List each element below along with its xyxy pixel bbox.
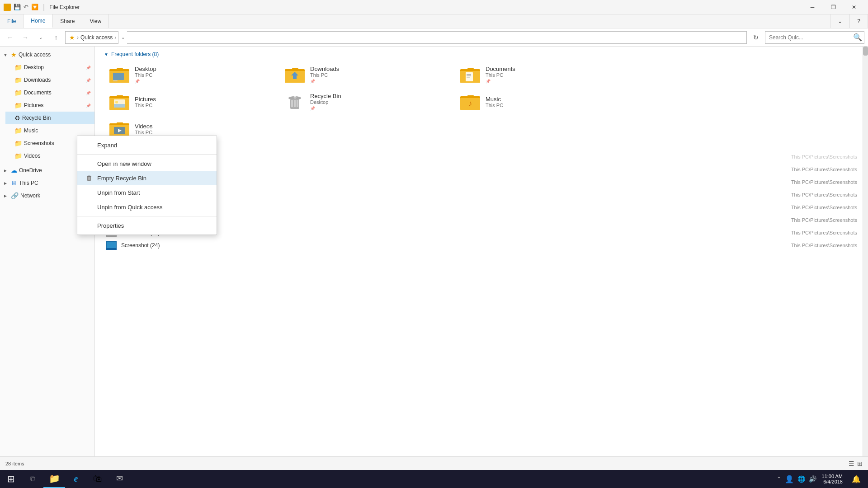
ctx-expand[interactable]: Expand bbox=[77, 138, 217, 152]
network-icon: 🔗 bbox=[11, 192, 19, 199]
recent-item-1[interactable]: Screenshot (29) This PC\Pictures\Screens… bbox=[104, 176, 859, 188]
details-view-icon[interactable]: ☰ bbox=[849, 460, 854, 467]
address-dropdown-button[interactable]: ⌄ bbox=[118, 31, 127, 44]
recent-item-6[interactable]: Screenshot (24) This PC\Pictures\Screens… bbox=[104, 239, 859, 252]
quick-undo-icon[interactable]: ↶ bbox=[24, 4, 28, 10]
tab-view[interactable]: View bbox=[82, 14, 109, 28]
ctx-empty-recycle-bin[interactable]: Empty Recycle Bin bbox=[77, 171, 217, 185]
this-pc-icon: 🖥 bbox=[11, 179, 17, 187]
up-button[interactable]: ↑ bbox=[50, 31, 62, 44]
taskbar-mail[interactable]: ✉ bbox=[108, 470, 130, 488]
sidebar-item-recycle-bin[interactable]: ♻ Recycle Bin bbox=[5, 112, 94, 124]
sidebar-item-documents[interactable]: 📁 Documents bbox=[5, 86, 94, 99]
sidebar-item-pictures[interactable]: 📁 Pictures bbox=[5, 99, 94, 112]
folder-item-documents[interactable]: Documents This PC bbox=[455, 62, 628, 87]
ctx-open-new-window[interactable]: Open in new window bbox=[77, 156, 217, 171]
recycle-bin-icon: ♻ bbox=[14, 114, 20, 122]
sidebar-quick-access-label: Quick access bbox=[19, 52, 91, 58]
refresh-button[interactable]: ↻ bbox=[750, 31, 762, 44]
pictures-folder-large-icon bbox=[108, 93, 130, 111]
ribbon-help-btn[interactable]: ? bbox=[850, 14, 868, 28]
windows-icon: ⊞ bbox=[7, 474, 15, 484]
ribbon-expand-btn[interactable]: ⌄ bbox=[830, 14, 850, 28]
people-icon[interactable]: 👤 bbox=[785, 475, 794, 483]
frequent-folders-title: Frequent folders (8) bbox=[111, 51, 159, 57]
folder-item-recycle-bin[interactable]: ♻ Recycle Bin Desktop bbox=[279, 89, 453, 114]
recent-locations-button[interactable]: ⌄ bbox=[34, 31, 47, 44]
maximize-button[interactable]: ❐ bbox=[823, 0, 844, 14]
svg-rect-30 bbox=[294, 100, 296, 107]
scrollbar-thumb-top[interactable] bbox=[863, 47, 868, 56]
scrollbar-track[interactable] bbox=[863, 47, 868, 461]
sidebar-item-music[interactable]: 📁 Music bbox=[5, 124, 94, 137]
desktop-folder-large-icon bbox=[108, 66, 130, 84]
tray-expand-icon[interactable]: ⌃ bbox=[777, 476, 781, 482]
window-controls: ─ ❐ ✕ bbox=[802, 0, 864, 14]
taskbar-edge[interactable]: e bbox=[65, 470, 87, 488]
tab-file[interactable]: File bbox=[0, 14, 24, 28]
start-button[interactable]: ⊞ bbox=[0, 470, 22, 488]
large-icons-view-icon[interactable]: ⊞ bbox=[857, 460, 863, 467]
close-button[interactable]: ✕ bbox=[844, 0, 864, 14]
minimize-button[interactable]: ─ bbox=[802, 0, 823, 14]
svg-rect-69 bbox=[90, 177, 90, 180]
svg-rect-25 bbox=[114, 104, 125, 108]
date-display: 6/4/2018 bbox=[822, 479, 843, 484]
address-path[interactable]: ★ › Quick access › ⌄ bbox=[65, 31, 747, 44]
svg-rect-7 bbox=[117, 68, 123, 71]
item-count: 28 items bbox=[5, 461, 24, 466]
recent-item-3[interactable]: Screenshot (27) This PC\Pictures\Screens… bbox=[104, 201, 859, 214]
volume-icon[interactable]: 🔊 bbox=[809, 475, 816, 483]
breadcrumb-sep1: › bbox=[77, 34, 79, 41]
svg-rect-12 bbox=[292, 68, 298, 71]
folder-item-downloads[interactable]: Downloads This PC bbox=[279, 62, 453, 87]
downloads-large-pin-icon bbox=[310, 79, 339, 84]
recent-item-top[interactable]: placeholder This PC\Pictures\Screenshots bbox=[104, 150, 859, 163]
svg-point-26 bbox=[115, 101, 118, 103]
recent-item-2[interactable]: Screenshot (28) This PC\Pictures\Screens… bbox=[104, 188, 859, 201]
folder-item-music[interactable]: ♪ Music This PC bbox=[455, 89, 628, 114]
folder-item-pictures[interactable]: Pictures This PC bbox=[104, 89, 278, 114]
clock[interactable]: 11:00 AM 6/4/2018 bbox=[818, 474, 846, 484]
notification-button[interactable]: 🔔 bbox=[848, 470, 864, 488]
context-menu: Expand Open in new window Empty Recycle … bbox=[77, 136, 217, 235]
sidebar-item-quick-access[interactable]: ▼ ★ Quick access bbox=[0, 48, 94, 61]
music-folder-info: Music This PC bbox=[486, 96, 503, 108]
ctx-properties[interactable]: Properties bbox=[77, 218, 217, 233]
network-tray-icon[interactable]: 🌐 bbox=[797, 475, 805, 483]
recent-item-0[interactable]: Screenshot (30) This PC\Pictures\Screens… bbox=[104, 163, 859, 176]
svg-rect-9 bbox=[113, 80, 118, 81]
taskbar-file-explorer[interactable]: 📁 bbox=[43, 470, 65, 488]
folder-grid: Desktop This PC Download bbox=[95, 60, 637, 143]
ctx-unpin-start[interactable]: Unpin from Start bbox=[77, 185, 217, 200]
svg-rect-3 bbox=[8, 8, 11, 11]
search-icon: 🔍 bbox=[851, 33, 864, 42]
content-area: ▼ Frequent folders (8) bbox=[95, 47, 868, 475]
search-input[interactable] bbox=[765, 34, 851, 41]
ctx-unpin-quick-access[interactable]: Unpin from Quick access bbox=[77, 200, 217, 214]
breadcrumb-quick-access[interactable]: Quick access bbox=[80, 34, 113, 41]
search-box: 🔍 bbox=[765, 31, 864, 44]
quick-props-icon[interactable]: 🔽 bbox=[31, 4, 38, 10]
svg-rect-35 bbox=[467, 95, 474, 98]
folder-item-desktop[interactable]: Desktop This PC bbox=[104, 62, 278, 87]
quick-save-icon[interactable]: 💾 bbox=[14, 4, 21, 10]
frequent-folders-header[interactable]: ▼ Frequent folders (8) bbox=[95, 47, 868, 60]
ctx-sep-1 bbox=[77, 154, 217, 155]
unpin-quick-access-icon bbox=[85, 202, 94, 211]
tab-home[interactable]: Home bbox=[24, 14, 53, 28]
forward-button[interactable]: → bbox=[19, 31, 32, 44]
taskbar-store[interactable]: 🛍 bbox=[87, 470, 108, 488]
recent-item-5[interactable]: Screenshot (25) This PC\Pictures\Screens… bbox=[104, 226, 859, 239]
task-view-button[interactable]: ⧉ bbox=[22, 470, 43, 488]
downloads-pin-icon bbox=[86, 78, 91, 83]
frequent-folders-chevron: ▼ bbox=[104, 52, 108, 57]
sidebar-item-downloads[interactable]: 📁 Downloads bbox=[5, 74, 94, 86]
documents-folder-large-icon bbox=[459, 66, 481, 84]
back-button[interactable]: ← bbox=[4, 31, 16, 44]
title-bar: 💾 ↶ 🔽 | File Explorer ─ ❐ ✕ bbox=[0, 0, 868, 14]
sidebar-item-desktop[interactable]: 📁 Desktop bbox=[5, 61, 94, 74]
window-title: File Explorer bbox=[49, 4, 80, 10]
tab-share[interactable]: Share bbox=[53, 14, 82, 28]
recent-item-4[interactable]: Screenshot (26) This PC\Pictures\Screens… bbox=[104, 214, 859, 226]
